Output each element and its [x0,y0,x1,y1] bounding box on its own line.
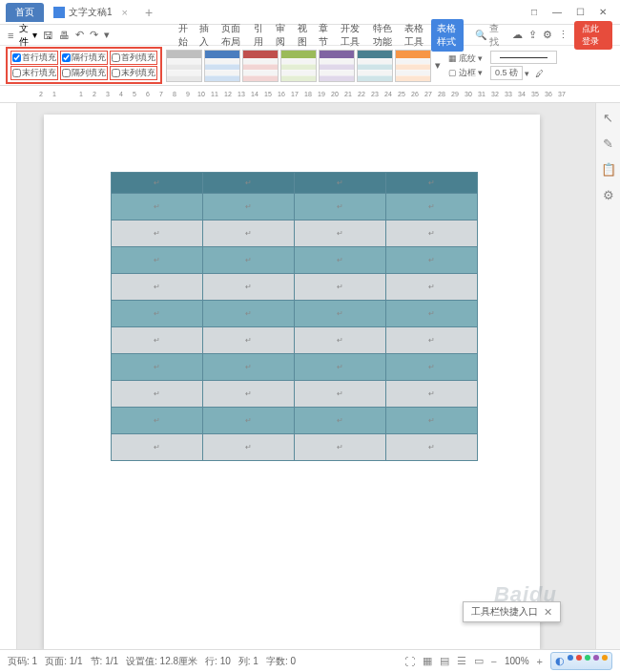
gallery-more-icon[interactable]: ▾ [435,59,441,72]
table-cell[interactable]: ↵ [386,173,478,194]
menu-7[interactable]: 开发工具 [335,19,367,52]
table-cell[interactable]: ↵ [203,327,295,354]
document-table[interactable]: ↵↵↵↵↵↵↵↵↵↵↵↵↵↵↵↵↵↵↵↵↵↵↵↵↵↵↵↵↵↵↵↵↵↵↵↵↵↵↵↵… [111,172,478,461]
table-row[interactable]: ↵↵↵↵ [112,173,478,194]
table-cell[interactable]: ↵ [295,173,386,194]
table-cell[interactable]: ↵ [203,194,295,220]
add-tab-button[interactable]: + [145,5,153,20]
table-row[interactable]: ↵↵↵↵ [112,194,478,220]
tab-home[interactable]: 首页 [6,3,44,22]
menu-9[interactable]: 表格工具 [399,19,431,52]
chevron-down-icon[interactable]: ▾ [478,68,483,77]
table-cell[interactable]: ↵ [112,220,203,247]
table-cell[interactable]: ↵ [386,274,478,301]
table-cell[interactable]: ↵ [112,194,203,220]
view-print-icon[interactable]: ▦ [423,655,432,667]
line-style-selector[interactable] [490,51,557,64]
table-style-0[interactable] [166,50,202,82]
fill-icon[interactable]: ▦ [448,53,457,63]
table-cell[interactable]: ↵ [112,301,203,327]
table-cell[interactable]: ↵ [295,434,386,461]
table-style-1[interactable] [204,50,240,82]
table-row[interactable]: ↵↵↵↵ [112,354,478,381]
table-cell[interactable]: ↵ [112,354,203,381]
window-close-icon[interactable]: ✕ [591,3,614,22]
table-cell[interactable]: ↵ [203,173,295,194]
table-cell[interactable]: ↵ [295,354,386,381]
menu-3[interactable]: 引用 [248,19,270,52]
chevron-down-icon[interactable]: ▾ [478,53,483,63]
table-cell[interactable]: ↵ [295,274,386,301]
table-cell[interactable]: ↵ [112,274,203,301]
menu-4[interactable]: 审阅 [270,19,292,52]
view-web-icon[interactable]: ▤ [440,655,449,667]
assistant-widget[interactable]: ◐ [550,652,612,670]
table-cell[interactable]: ↵ [386,381,478,408]
document-area[interactable]: ↵↵↵↵↵↵↵↵↵↵↵↵↵↵↵↵↵↵↵↵↵↵↵↵↵↵↵↵↵↵↵↵↵↵↵↵↵↵↵↵… [17,103,595,649]
table-cell[interactable]: ↵ [295,381,386,408]
kebab-icon[interactable]: ⋮ [558,29,568,41]
table-cell[interactable]: ↵ [203,301,295,327]
window-minimize-icon[interactable]: — [546,3,568,22]
line-width-spinner[interactable]: 0.5 磅 [490,66,523,80]
checkbox-首列填充[interactable]: 首列填充 [110,51,157,65]
table-cell[interactable]: ↵ [203,247,295,274]
table-cell[interactable]: ↵ [386,247,478,274]
table-cell[interactable]: ↵ [386,220,478,247]
checkbox-首行填充[interactable]: 首行填充 [10,51,58,65]
tab-close-icon[interactable]: × [122,7,128,18]
menu-6[interactable]: 章节 [313,19,335,52]
table-row[interactable]: ↵↵↵↵ [112,220,478,247]
zoom-out-icon[interactable]: − [491,656,497,667]
table-cell[interactable]: ↵ [295,301,386,327]
table-row[interactable]: ↵↵↵↵ [112,434,478,461]
fullscreen-icon[interactable]: ⛶ [404,656,415,667]
menu-10[interactable]: 表格样式 [431,19,464,52]
login-button[interactable]: 点此登录 [574,21,612,50]
clipboard-icon[interactable]: 📋 [601,162,616,177]
table-cell[interactable]: ↵ [386,194,478,220]
menu-2[interactable]: 页面布局 [216,19,248,52]
table-cell[interactable]: ↵ [112,381,203,408]
table-cell[interactable]: ↵ [386,408,478,434]
menu-1[interactable]: 插入 [194,19,216,52]
share-icon[interactable]: ⇪ [528,29,537,41]
table-cell[interactable]: ↵ [295,220,386,247]
table-row[interactable]: ↵↵↵↵ [112,301,478,327]
table-cell[interactable]: ↵ [112,408,203,434]
settings-icon[interactable]: ⚙ [543,29,552,41]
undo-icon[interactable]: ↶ [75,29,84,41]
table-style-3[interactable] [280,50,317,82]
menu-5[interactable]: 视图 [292,19,314,52]
checkbox-末列填充[interactable]: 末列填充 [110,66,157,80]
select-tool-icon[interactable]: ↖ [603,111,613,125]
view-outline-icon[interactable]: ☰ [457,655,466,667]
table-cell[interactable]: ↵ [295,327,386,354]
table-cell[interactable]: ↵ [203,354,295,381]
window-help-icon[interactable]: □ [523,3,546,22]
table-cell[interactable]: ↵ [386,327,478,354]
pen-color-icon[interactable]: 🖊 [535,69,544,78]
cloud-icon[interactable]: ☁ [512,29,523,41]
menu-0[interactable]: 开始 [173,19,195,52]
tab-document[interactable]: 文字文稿1 × [44,3,137,22]
table-cell[interactable]: ↵ [203,274,295,301]
menu-8[interactable]: 特色功能 [367,19,400,52]
table-cell[interactable]: ↵ [203,220,295,247]
table-cell[interactable]: ↵ [386,301,478,327]
print-icon[interactable]: 🖶 [59,30,70,41]
table-style-2[interactable] [242,50,279,82]
close-icon[interactable]: ✕ [544,606,552,619]
view-read-icon[interactable]: ▭ [474,655,484,667]
table-row[interactable]: ↵↵↵↵ [112,327,478,354]
border-icon[interactable]: ▢ [448,68,457,77]
more-icon[interactable]: ▾ [104,29,110,41]
table-cell[interactable]: ↵ [203,408,295,434]
table-cell[interactable]: ↵ [203,381,295,408]
window-maximize-icon[interactable]: ☐ [568,3,591,22]
file-menu[interactable]: 文件 ▾ [19,22,36,49]
table-cell[interactable]: ↵ [203,434,295,461]
checkbox-隔列填充[interactable]: 隔列填充 [60,66,108,80]
table-row[interactable]: ↵↵↵↵ [112,381,478,408]
table-row[interactable]: ↵↵↵↵ [112,274,478,301]
